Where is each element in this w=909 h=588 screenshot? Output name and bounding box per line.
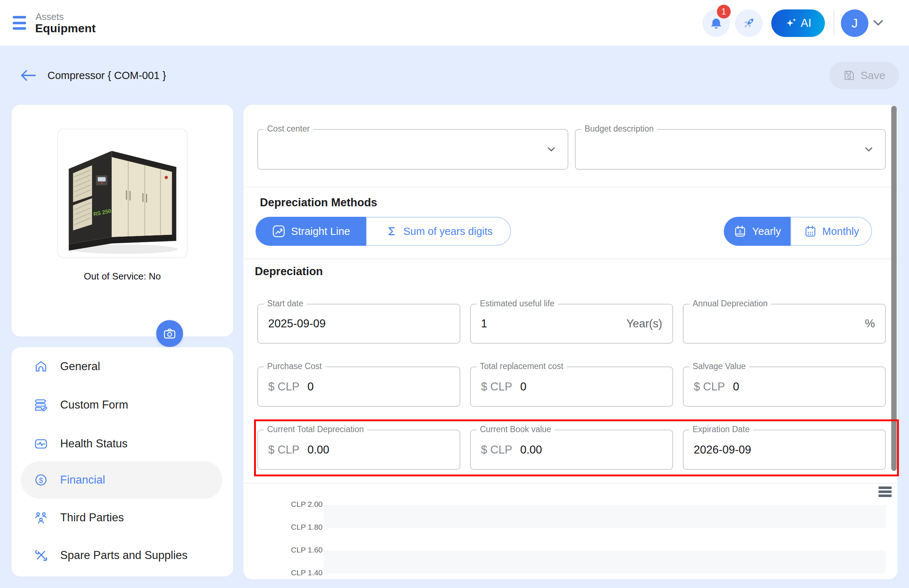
- launch-button[interactable]: [735, 10, 762, 37]
- ai-label: AI: [801, 17, 811, 30]
- svg-text:$: $: [39, 477, 43, 484]
- sidebar-item-label: Third Parties: [60, 511, 124, 524]
- asset-nav-card: General Custom Form Health Status: [11, 347, 233, 577]
- yearly-button[interactable]: 8 Yearly: [724, 217, 791, 246]
- health-status-icon: [33, 436, 48, 451]
- annual-depreciation-field[interactable]: Annual Depreciation %: [683, 304, 886, 344]
- sidebar-item-health-status[interactable]: Health Status: [21, 425, 223, 462]
- annual-depreciation-label: Annual Depreciation: [689, 299, 771, 309]
- currency-prefix: $ CLP: [268, 380, 299, 393]
- back-arrow-icon[interactable]: [20, 69, 36, 82]
- y-axis-tick: CLP 1.80: [276, 523, 323, 531]
- financial-form-card: Cost center Budget description Depreciat…: [244, 105, 898, 579]
- current-book-value-field[interactable]: Current Book value $ CLP 0.00: [470, 430, 673, 470]
- sum-of-years-label: Sum of years digits: [404, 226, 493, 237]
- notification-badge: 1: [717, 5, 731, 18]
- y-axis-tick: CLP 2.00: [276, 500, 323, 509]
- scrollbar-thumb[interactable]: [891, 106, 897, 471]
- cost-center-label: Cost center: [264, 124, 313, 134]
- save-icon: [843, 69, 856, 82]
- expiration-date-field[interactable]: Expiration Date 2026-09-09: [683, 430, 886, 470]
- straight-line-button[interactable]: Straight Line: [255, 217, 366, 246]
- y-axis-tick: CLP 1.60: [276, 546, 323, 554]
- sparkles-icon: [785, 17, 797, 29]
- page-title-header: Equipment: [35, 22, 96, 35]
- chart-band: [324, 505, 886, 528]
- expiration-date-value: 2026-09-09: [694, 443, 751, 456]
- annual-depreciation-suffix: %: [865, 317, 875, 330]
- section-divider: [244, 258, 898, 259]
- y-axis-tick: CLP 1.40: [276, 569, 323, 577]
- salvage-value-value: 0: [733, 380, 739, 393]
- chevron-down-icon: [545, 143, 557, 155]
- out-of-service-status: Out of Service: No: [11, 271, 233, 282]
- calendar-month-icon: [804, 225, 817, 238]
- purchase-cost-value: 0: [307, 380, 313, 393]
- monthly-label: Monthly: [822, 226, 859, 237]
- monthly-button[interactable]: Monthly: [791, 217, 872, 246]
- currency-prefix: $ CLP: [481, 380, 512, 393]
- sidebar-item-label: General: [60, 360, 100, 373]
- currency-prefix: $ CLP: [268, 443, 299, 456]
- account-chevron-down-icon[interactable]: [873, 19, 884, 27]
- calendar-year-icon: 8: [733, 225, 747, 238]
- svg-text:8: 8: [739, 229, 741, 234]
- ai-assistant-button[interactable]: AI: [771, 10, 825, 37]
- current-total-depreciation-field[interactable]: Current Total Depreciation $ CLP 0.00: [257, 430, 460, 470]
- current-book-value-value: 0.00: [520, 443, 542, 456]
- chart-band: [324, 551, 886, 573]
- replacement-cost-field[interactable]: Total replacement cost $ CLP 0: [470, 367, 673, 407]
- useful-life-value: 1: [481, 317, 487, 330]
- avatar[interactable]: J: [841, 10, 869, 37]
- third-parties-icon: [33, 510, 48, 525]
- header-divider: [834, 10, 834, 36]
- replacement-cost-label: Total replacement cost: [476, 362, 567, 371]
- useful-life-field[interactable]: Estimated useful life 1 Year(s): [470, 304, 673, 344]
- custom-form-icon: [33, 397, 48, 412]
- save-button[interactable]: Save: [829, 61, 899, 89]
- start-date-value: 2025-09-09: [268, 317, 326, 330]
- menu-icon[interactable]: [13, 16, 26, 30]
- currency-prefix: $ CLP: [694, 380, 725, 393]
- yearly-label: Yearly: [752, 226, 781, 237]
- sidebar-item-general[interactable]: General: [21, 348, 223, 385]
- sidebar-item-spare-parts[interactable]: Spare Parts and Supplies: [21, 536, 223, 574]
- sigma-icon: [384, 225, 398, 238]
- sidebar-item-label: Custom Form: [60, 398, 128, 412]
- sidebar-item-custom-form[interactable]: Custom Form: [21, 386, 223, 424]
- app-screen: Assets Equipment 1: [0, 0, 909, 588]
- camera-icon: [162, 326, 177, 341]
- section-divider: [244, 187, 898, 187]
- tools-icon: [33, 548, 48, 563]
- start-date-field[interactable]: Start date 2025-09-09: [257, 304, 460, 344]
- home-icon: [33, 359, 48, 374]
- salvage-value-label: Salvage Value: [689, 362, 749, 371]
- currency-prefix: $ CLP: [481, 443, 512, 456]
- cost-center-select[interactable]: Cost center: [257, 129, 568, 170]
- section-divider: [244, 483, 898, 484]
- salvage-value-field[interactable]: Salvage Value $ CLP 0: [683, 367, 886, 407]
- chevron-down-icon: [862, 143, 875, 155]
- breadcrumb-section: Assets: [36, 11, 64, 23]
- change-photo-button[interactable]: [156, 320, 183, 347]
- sidebar-item-label: Spare Parts and Supplies: [60, 549, 188, 562]
- asset-image: RS 250: [57, 129, 188, 258]
- chart-menu-icon[interactable]: [878, 486, 891, 497]
- replacement-cost-value: 0: [520, 380, 526, 393]
- expiration-date-label: Expiration Date: [689, 425, 753, 434]
- sidebar-item-label: Health Status: [60, 437, 128, 450]
- current-total-depreciation-label: Current Total Depreciation: [264, 425, 367, 434]
- useful-life-suffix: Year(s): [626, 317, 662, 330]
- depreciation-methods-title: Depreciation Methods: [260, 196, 377, 209]
- useful-life-label: Estimated useful life: [476, 299, 558, 309]
- rocket-icon: [741, 16, 756, 31]
- sum-of-years-button[interactable]: Sum of years digits: [366, 217, 511, 246]
- start-date-label: Start date: [264, 299, 307, 309]
- straight-line-icon: [271, 224, 286, 239]
- top-bar: Assets Equipment 1: [0, 0, 909, 46]
- sidebar-item-financial[interactable]: $ Financial: [21, 461, 223, 499]
- purchase-cost-field[interactable]: Purchase Cost $ CLP 0: [257, 367, 460, 407]
- asset-title: Compressor { COM-001 }: [47, 69, 166, 82]
- sidebar-item-third-parties[interactable]: Third Parties: [21, 499, 223, 536]
- budget-description-select[interactable]: Budget description: [575, 129, 886, 170]
